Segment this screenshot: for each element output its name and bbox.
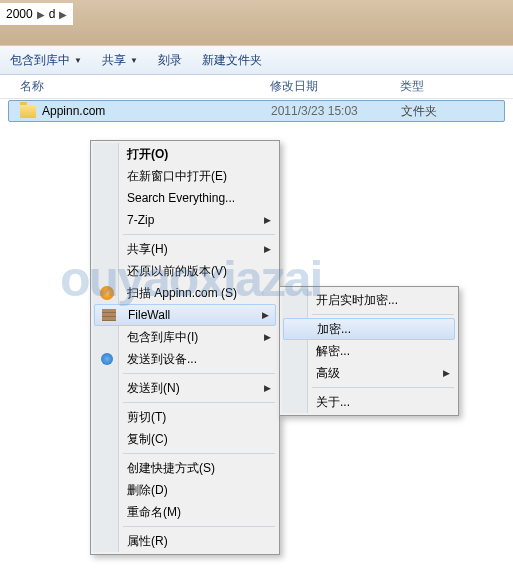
filewall-submenu: 开启实时加密... 加密... 解密... 高级▶ 关于... [279, 286, 459, 416]
filewall-icon [101, 307, 117, 323]
menu-7zip[interactable]: 7-Zip▶ [93, 209, 277, 231]
menu-filewall[interactable]: FileWall▶ [94, 304, 276, 326]
menu-rename[interactable]: 重命名(M) [93, 501, 277, 523]
menu-properties[interactable]: 属性(R) [93, 530, 277, 552]
chevron-down-icon: ▼ [130, 56, 138, 65]
menu-label: 共享(H) [127, 241, 168, 258]
device-icon [99, 351, 115, 367]
submenu-arrow-icon: ▶ [264, 383, 271, 393]
submenu-realtime-encrypt[interactable]: 开启实时加密... [282, 289, 456, 311]
menu-cut[interactable]: 剪切(T) [93, 406, 277, 428]
menu-label: 剪切(T) [127, 409, 166, 426]
menu-separator [123, 526, 275, 527]
menu-separator [123, 373, 275, 374]
menu-label: 发送到(N) [127, 380, 180, 397]
file-type-cell: 文件夹 [401, 103, 504, 120]
menu-label: 解密... [316, 343, 350, 360]
menu-label: 发送到设备... [127, 351, 197, 368]
column-type[interactable]: 类型 [400, 78, 513, 95]
menu-label: 打开(O) [127, 146, 168, 163]
menu-separator [123, 234, 275, 235]
file-name-cell: Appinn.com [9, 104, 271, 118]
burn-button[interactable]: 刻录 [158, 52, 182, 69]
menu-copy[interactable]: 复制(C) [93, 428, 277, 450]
file-date-cell: 2011/3/23 15:03 [271, 104, 401, 118]
menu-label: 重命名(M) [127, 504, 181, 521]
scan-icon [99, 285, 115, 301]
submenu-arrow-icon: ▶ [262, 310, 269, 320]
column-date[interactable]: 修改日期 [270, 78, 400, 95]
breadcrumb[interactable]: 2000 ▶ d ▶ [0, 3, 73, 25]
menu-label: 扫描 Appinn.com (S) [127, 285, 237, 302]
submenu-arrow-icon: ▶ [264, 244, 271, 254]
menu-restore-versions[interactable]: 还原以前的版本(V) [93, 260, 277, 282]
toolbar: 包含到库中 ▼ 共享 ▼ 刻录 新建文件夹 [0, 45, 513, 75]
menu-separator [312, 387, 454, 388]
include-in-library-button[interactable]: 包含到库中 ▼ [10, 52, 82, 69]
submenu-arrow-icon: ▶ [264, 215, 271, 225]
menu-label: 复制(C) [127, 431, 168, 448]
chevron-down-icon: ▼ [74, 56, 82, 65]
new-folder-button[interactable]: 新建文件夹 [202, 52, 262, 69]
column-headers: 名称 修改日期 类型 [0, 75, 513, 99]
toolbar-label: 新建文件夹 [202, 52, 262, 69]
menu-label: 开启实时加密... [316, 292, 398, 309]
menu-send-to[interactable]: 发送到(N)▶ [93, 377, 277, 399]
folder-icon [20, 105, 36, 118]
menu-label: FileWall [128, 308, 170, 322]
file-row[interactable]: Appinn.com 2011/3/23 15:03 文件夹 [8, 100, 505, 122]
menu-label: 加密... [317, 321, 351, 338]
menu-scan[interactable]: 扫描 Appinn.com (S) [93, 282, 277, 304]
breadcrumb-part[interactable]: d [47, 7, 58, 21]
menu-label: 在新窗口中打开(E) [127, 168, 227, 185]
menu-include-library[interactable]: 包含到库中(I)▶ [93, 326, 277, 348]
breadcrumb-part[interactable]: 2000 [4, 7, 35, 21]
submenu-arrow-icon: ▶ [443, 368, 450, 378]
submenu-decrypt[interactable]: 解密... [282, 340, 456, 362]
menu-open[interactable]: 打开(O) [93, 143, 277, 165]
share-button[interactable]: 共享 ▼ [102, 52, 138, 69]
file-name-text: Appinn.com [42, 104, 105, 118]
menu-label: 创建快捷方式(S) [127, 460, 215, 477]
submenu-advanced[interactable]: 高级▶ [282, 362, 456, 384]
menu-label: 包含到库中(I) [127, 329, 198, 346]
menu-separator [123, 453, 275, 454]
menu-label: 删除(D) [127, 482, 168, 499]
toolbar-label: 共享 [102, 52, 126, 69]
menu-send-device[interactable]: 发送到设备... [93, 348, 277, 370]
menu-open-new-window[interactable]: 在新窗口中打开(E) [93, 165, 277, 187]
submenu-encrypt[interactable]: 加密... [283, 318, 455, 340]
chevron-right-icon[interactable]: ▶ [57, 9, 69, 20]
menu-separator [123, 402, 275, 403]
menu-separator [312, 314, 454, 315]
menu-label: Search Everything... [127, 191, 235, 205]
menu-create-shortcut[interactable]: 创建快捷方式(S) [93, 457, 277, 479]
submenu-about[interactable]: 关于... [282, 391, 456, 413]
toolbar-label: 包含到库中 [10, 52, 70, 69]
menu-label: 还原以前的版本(V) [127, 263, 227, 280]
column-name[interactable]: 名称 [0, 78, 270, 95]
submenu-arrow-icon: ▶ [264, 332, 271, 342]
chevron-right-icon[interactable]: ▶ [35, 9, 47, 20]
menu-delete[interactable]: 删除(D) [93, 479, 277, 501]
titlebar-area: 2000 ▶ d ▶ [0, 0, 513, 45]
menu-search-everything[interactable]: Search Everything... [93, 187, 277, 209]
menu-label: 属性(R) [127, 533, 168, 550]
menu-label: 关于... [316, 394, 350, 411]
menu-label: 高级 [316, 365, 340, 382]
menu-share[interactable]: 共享(H)▶ [93, 238, 277, 260]
toolbar-label: 刻录 [158, 52, 182, 69]
context-menu: 打开(O) 在新窗口中打开(E) Search Everything... 7-… [90, 140, 280, 555]
menu-label: 7-Zip [127, 213, 154, 227]
